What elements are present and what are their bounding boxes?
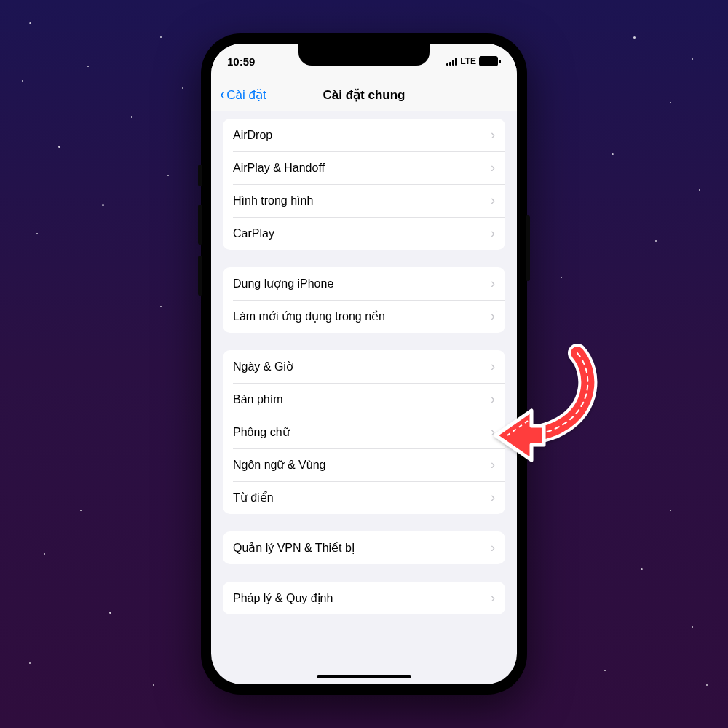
settings-row-lam-moi-ung-dung-trong-nen[interactable]: Làm mới ứng dụng trong nền› bbox=[223, 300, 505, 333]
chevron-right-icon: › bbox=[491, 359, 495, 374]
chevron-right-icon: › bbox=[491, 276, 495, 291]
settings-list[interactable]: AirDrop›AirPlay & Handoff›Hình trong hìn… bbox=[211, 111, 517, 684]
status-time: 10:59 bbox=[227, 55, 255, 68]
row-label: Pháp lý & Quy định bbox=[233, 591, 333, 605]
chevron-right-icon: › bbox=[491, 127, 495, 143]
settings-row-ngay-gio[interactable]: Ngày & Giờ› bbox=[223, 350, 505, 383]
chevron-right-icon: › bbox=[491, 309, 495, 324]
screen: 10:59 LTE 74 ‹ Cài bbox=[211, 44, 517, 684]
chevron-right-icon: › bbox=[491, 540, 495, 555]
network-label: LTE bbox=[460, 56, 476, 66]
row-label: Làm mới ứng dụng trong nền bbox=[233, 309, 385, 323]
power-button bbox=[526, 215, 530, 281]
chevron-right-icon: › bbox=[491, 193, 495, 208]
settings-row-ngon-ngu-vung[interactable]: Ngôn ngữ & Vùng› bbox=[223, 448, 505, 481]
settings-group: Ngày & Giờ›Bàn phím›Phông chữ›Ngôn ngữ &… bbox=[223, 350, 505, 514]
settings-row-phap-ly-quy-inh[interactable]: Pháp lý & Quy định› bbox=[223, 582, 505, 614]
settings-group: Pháp lý & Quy định› bbox=[223, 582, 505, 614]
settings-row-quan-ly-vpn-thiet-bi[interactable]: Quản lý VPN & Thiết bị› bbox=[223, 531, 505, 564]
chevron-right-icon: › bbox=[491, 160, 495, 175]
settings-row-airplay-handoff[interactable]: AirPlay & Handoff› bbox=[223, 151, 505, 184]
row-label: AirPlay & Handoff bbox=[233, 162, 325, 175]
back-button[interactable]: ‹ Cài đặt bbox=[220, 87, 266, 103]
notch bbox=[298, 44, 430, 66]
mute-switch bbox=[198, 165, 202, 186]
back-label: Cài đặt bbox=[226, 87, 266, 103]
settings-row-tu-ien[interactable]: Từ điển› bbox=[223, 481, 505, 514]
settings-row-hinh-trong-hinh[interactable]: Hình trong hình› bbox=[223, 184, 505, 217]
chevron-right-icon: › bbox=[491, 424, 495, 440]
volume-down-button bbox=[198, 256, 202, 296]
volume-up-button bbox=[198, 205, 202, 245]
row-label: AirDrop bbox=[233, 129, 272, 142]
phone-frame: 10:59 LTE 74 ‹ Cài bbox=[201, 33, 527, 695]
nav-header: ‹ Cài đặt Cài đặt chung bbox=[211, 79, 517, 111]
battery-icon: 74 bbox=[479, 56, 501, 66]
signal-icon bbox=[446, 58, 457, 66]
row-label: Bàn phím bbox=[233, 393, 282, 406]
settings-group: Dung lượng iPhone›Làm mới ứng dụng trong… bbox=[223, 267, 505, 333]
background: 10:59 LTE 74 ‹ Cài bbox=[0, 0, 728, 728]
chevron-right-icon: › bbox=[491, 226, 495, 241]
row-label: Từ điển bbox=[233, 491, 274, 505]
settings-row-dung-luong-iphone[interactable]: Dung lượng iPhone› bbox=[223, 267, 505, 300]
chevron-right-icon: › bbox=[491, 490, 495, 505]
settings-row-ban-phim[interactable]: Bàn phím› bbox=[223, 383, 505, 416]
home-indicator[interactable] bbox=[317, 675, 411, 678]
settings-group: AirDrop›AirPlay & Handoff›Hình trong hìn… bbox=[223, 119, 505, 250]
chevron-right-icon: › bbox=[491, 590, 495, 606]
row-label: Quản lý VPN & Thiết bị bbox=[233, 541, 355, 555]
row-label: Ngày & Giờ bbox=[233, 360, 293, 373]
row-label: Hình trong hình bbox=[233, 194, 313, 207]
settings-row-airdrop[interactable]: AirDrop› bbox=[223, 119, 505, 151]
settings-row-carplay[interactable]: CarPlay› bbox=[223, 217, 505, 250]
row-label: Phông chữ bbox=[233, 425, 290, 439]
chevron-right-icon: › bbox=[491, 457, 495, 472]
row-label: Dung lượng iPhone bbox=[233, 277, 333, 290]
chevron-right-icon: › bbox=[491, 392, 495, 407]
settings-row-phong-chu[interactable]: Phông chữ› bbox=[223, 416, 505, 448]
chevron-left-icon: ‹ bbox=[220, 87, 225, 103]
settings-group: Quản lý VPN & Thiết bị› bbox=[223, 531, 505, 564]
row-label: Ngôn ngữ & Vùng bbox=[233, 458, 325, 472]
row-label: CarPlay bbox=[233, 227, 274, 240]
